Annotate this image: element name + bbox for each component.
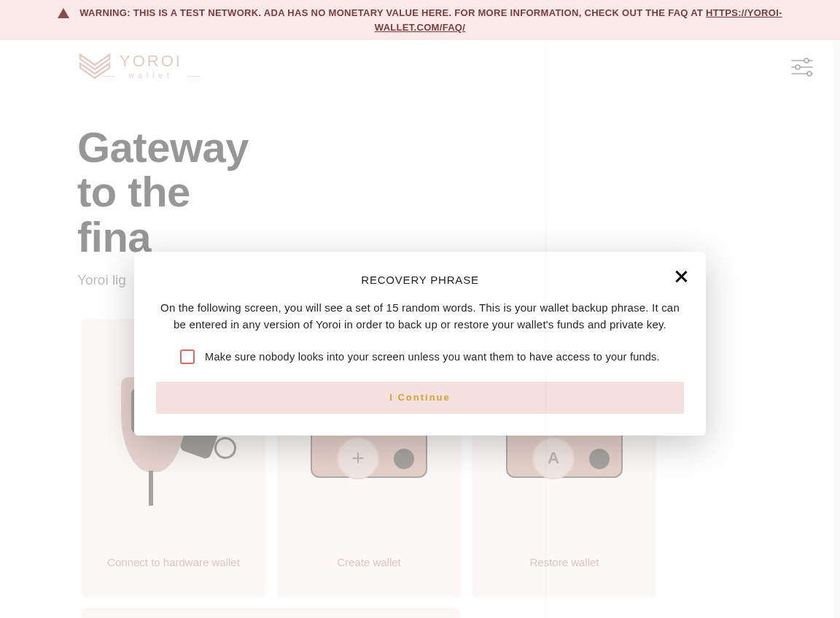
recovery-phrase-modal: RECOVERY PHRASE On the following screen,… xyxy=(134,252,706,436)
testnet-warning-banner: WARNING: THIS IS A TEST NETWORK. ADA HAS… xyxy=(0,0,840,40)
continue-button[interactable]: I Continue xyxy=(156,382,684,414)
page-root: YOROI wallet Gateway to the fina Yoroi l… xyxy=(0,40,840,618)
modal-body-text: On the following screen, you will see a … xyxy=(156,299,684,333)
nobody-watching-checkbox[interactable] xyxy=(180,349,195,364)
warning-text: WARNING: THIS IS A TEST NETWORK. ADA HAS… xyxy=(79,7,706,18)
checkbox-label: Make sure nobody looks into your screen … xyxy=(205,351,660,363)
warning-triangle-icon xyxy=(58,8,69,18)
close-icon[interactable] xyxy=(672,268,690,285)
modal-confirm-row: Make sure nobody looks into your screen … xyxy=(156,349,684,364)
button-label: I Continue xyxy=(389,392,451,403)
modal-title: RECOVERY PHRASE xyxy=(156,274,684,286)
